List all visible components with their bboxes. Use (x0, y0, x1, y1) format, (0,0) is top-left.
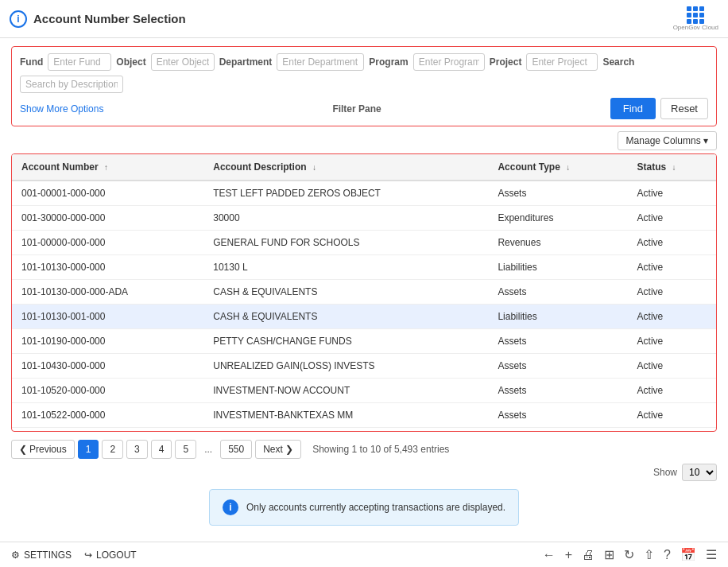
program-input[interactable] (413, 53, 485, 71)
filter-row: Fund Object Department Program Project S… (20, 53, 708, 93)
grid-icon (687, 6, 704, 24)
logout-icon: ↪ (84, 550, 92, 561)
sort-desc-icon-type: ↓ (566, 163, 570, 172)
footer-left: ⚙ SETTINGS ↪ LOGOUT (11, 550, 137, 561)
table-row[interactable]: 001-00001-000-000TEST LEFT PADDED ZEROS … (12, 181, 716, 206)
search-input[interactable] (20, 76, 123, 93)
reset-button[interactable]: Reset (660, 98, 708, 119)
calendar-icon[interactable]: 📅 (680, 547, 696, 562)
find-button[interactable]: Find (610, 98, 656, 119)
results-table-container: Account Number ↑ Account Description ↓ A… (11, 153, 717, 432)
page-2-button[interactable]: 2 (102, 440, 123, 459)
footer-right: ← + 🖨 ⊞ ↻ ⇧ ? 📅 ☰ (543, 547, 717, 562)
info-banner: i Only accounts currently accepting tran… (209, 489, 519, 526)
manage-columns-row: Manage Columns ▾ (11, 131, 717, 150)
show-more-options-link[interactable]: Show More Options (20, 103, 103, 115)
project-input[interactable] (526, 53, 598, 71)
manage-columns-button[interactable]: Manage Columns ▾ (618, 131, 717, 150)
refresh-icon[interactable]: ↻ (624, 547, 634, 562)
col-account-description[interactable]: Account Description ↓ (203, 154, 488, 181)
header-title-group: i Account Number Selection (10, 10, 186, 28)
page-5-button[interactable]: 5 (175, 440, 196, 459)
page-3-button[interactable]: 3 (126, 440, 148, 459)
share-icon[interactable]: ⇧ (644, 547, 654, 562)
show-label: Show (653, 467, 677, 478)
chevron-left-icon: ❮ (19, 444, 27, 455)
sort-asc-icon: ↑ (104, 163, 108, 172)
show-row: Show 10 25 50 (11, 464, 717, 481)
filter-pane-label: Filter Pane (332, 103, 381, 115)
help-icon[interactable]: ? (664, 548, 671, 562)
department-input[interactable] (277, 53, 364, 71)
department-label: Department (219, 56, 273, 68)
add-icon[interactable]: + (565, 548, 572, 562)
table-row[interactable]: 101-10190-000-000PETTY CASH/CHANGE FUNDS… (12, 329, 716, 354)
table-row[interactable]: 101-00000-000-000GENERAL FUND FOR SCHOOL… (12, 231, 716, 255)
filter-bottom-row: Show More Options Filter Pane Find Reset (20, 98, 708, 119)
table-row[interactable]: 101-10522-000-000INVESTMENT-BANKTEXAS MM… (12, 403, 716, 428)
previous-button[interactable]: ❮ Previous (11, 440, 75, 459)
fund-input[interactable] (48, 53, 111, 71)
gear-icon: ⚙ (11, 550, 20, 561)
project-label: Project (490, 56, 522, 68)
table-row[interactable]: 101-10130-000-000-ADACASH & EQUIVALENTSA… (12, 280, 716, 305)
logout-button[interactable]: ↪ LOGOUT (84, 550, 137, 561)
opengov-logo: OpenGov Cloud (673, 6, 718, 31)
page-1-button[interactable]: 1 (78, 440, 99, 459)
table-row[interactable]: 101-10520-000-000INVESTMENT-NOW ACCOUNTA… (12, 379, 716, 403)
last-page-button[interactable]: 550 (220, 440, 252, 459)
results-table: Account Number ↑ Account Description ↓ A… (12, 154, 716, 428)
col-account-type[interactable]: Account Type ↓ (488, 154, 627, 181)
fund-label: Fund (20, 56, 43, 68)
menu-icon[interactable]: ☰ (706, 547, 717, 562)
print-icon[interactable]: 🖨 (582, 548, 594, 562)
table-row[interactable]: 101-10130-000-00010130 LLiabilitiesActiv… (12, 255, 716, 280)
object-input[interactable] (151, 53, 215, 71)
table-row[interactable]: 101-10430-000-000UNREALIZED GAIN(LOSS) I… (12, 354, 716, 379)
show-select[interactable]: 10 25 50 (682, 464, 717, 481)
search-label: Search (602, 56, 634, 68)
main-content: Fund Object Department Program Project S… (0, 38, 728, 542)
table-row[interactable]: 101-10130-001-000CASH & EQUIVALENTSLiabi… (12, 305, 716, 329)
opengov-text: OpenGov Cloud (673, 24, 718, 31)
object-label: Object (116, 56, 145, 68)
page-title: Account Number Selection (33, 12, 186, 25)
next-button[interactable]: Next ❯ (255, 440, 301, 459)
info-icon: i (223, 499, 238, 515)
header-icon: i (10, 10, 27, 28)
filter-pane: Fund Object Department Program Project S… (11, 46, 717, 126)
filter-buttons: Find Reset (610, 98, 708, 119)
page-ellipsis: ... (199, 441, 217, 458)
grid-view-icon[interactable]: ⊞ (604, 547, 614, 562)
pagination-row: ❮ Previous 1 2 3 4 5 ... 550 Next ❯ Show… (11, 440, 717, 459)
entries-info: Showing 1 to 10 of 5,493 entries (312, 444, 449, 455)
table-row[interactable]: 001-30000-000-00030000ExpendituresActive (12, 206, 716, 231)
program-label: Program (369, 56, 408, 68)
sort-desc-icon-desc: ↓ (312, 163, 316, 172)
footer: ⚙ SETTINGS ↪ LOGOUT ← + 🖨 ⊞ ↻ ⇧ ? 📅 ☰ (0, 542, 728, 567)
page-4-button[interactable]: 4 (151, 440, 172, 459)
info-text: Only accounts currently accepting transa… (246, 502, 505, 513)
back-nav-icon[interactable]: ← (543, 548, 556, 562)
settings-button[interactable]: ⚙ SETTINGS (11, 550, 72, 561)
header: i Account Number Selection OpenGov Cloud (0, 0, 728, 38)
col-account-number[interactable]: Account Number ↑ (12, 154, 203, 181)
table-header-row: Account Number ↑ Account Description ↓ A… (12, 154, 716, 181)
sort-desc-icon-status: ↓ (672, 163, 676, 172)
col-status[interactable]: Status ↓ (628, 154, 716, 181)
